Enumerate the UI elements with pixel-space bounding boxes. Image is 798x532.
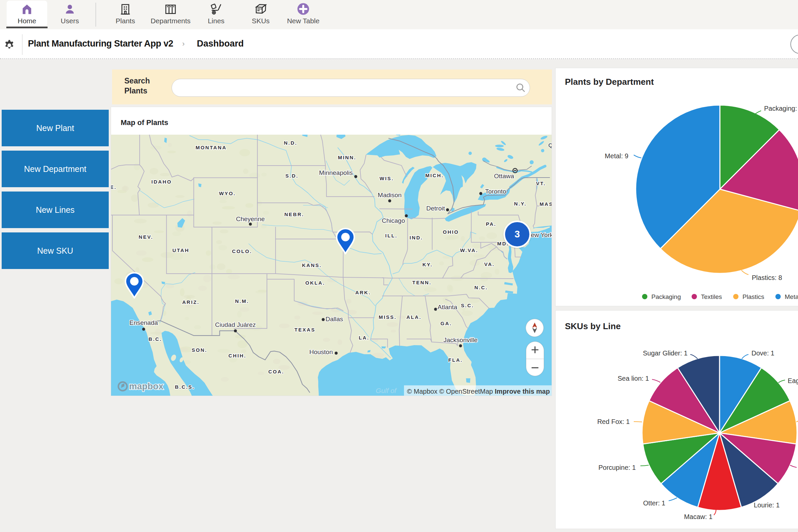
svg-text:Ensenada: Ensenada	[129, 319, 158, 326]
svg-text:Otter: 1: Otter: 1	[643, 499, 665, 507]
svg-text:PA.: PA.	[486, 221, 496, 227]
svg-text:Sugar Glider: 1: Sugar Glider: 1	[643, 349, 688, 357]
svg-text:NEBR.: NEBR.	[284, 211, 304, 217]
svg-text:Ottawa: Ottawa	[494, 173, 514, 179]
svg-text:Metal: Metal	[785, 293, 798, 300]
svg-text:N.C.: N.C.	[474, 285, 488, 290]
svg-text:UTAH: UTAH	[173, 247, 190, 253]
svg-text:KY.: KY.	[422, 262, 433, 267]
svg-text:S.D.: S.D.	[285, 173, 299, 178]
svg-text:MASS.: MASS.	[540, 201, 552, 207]
svg-text:Jacksonville: Jacksonville	[443, 337, 477, 343]
svg-text:Madison: Madison	[378, 191, 402, 198]
svg-text:W.VA.: W.VA.	[460, 247, 478, 253]
svg-text:Detroit: Detroit	[426, 205, 445, 212]
svg-text:Plastics: Plastics	[742, 293, 764, 300]
svg-text:MONTANA: MONTANA	[195, 145, 227, 150]
svg-text:IND.: IND.	[410, 235, 423, 241]
svg-text:Minneapolis: Minneapolis	[319, 169, 353, 176]
svg-text:COA.: COA.	[268, 369, 284, 374]
svg-text:FLA.: FLA.	[448, 357, 463, 363]
svg-text:OHIO: OHIO	[443, 229, 459, 235]
svg-text:TEXAS: TEXAS	[294, 327, 315, 332]
svg-text:Ciudad Juárez: Ciudad Juárez	[215, 321, 256, 328]
svg-text:VT.: VT.	[536, 180, 546, 186]
svg-text:N.D.: N.D.	[284, 140, 297, 146]
svg-text:Toronto: Toronto	[485, 188, 506, 195]
svg-text:ALA.: ALA.	[406, 314, 421, 320]
svg-text:Dallas: Dallas	[325, 316, 343, 323]
svg-text:B.C.S.: B.C.S.	[175, 384, 195, 390]
svg-text:SON.: SON.	[191, 347, 207, 353]
svg-text:Lourie: 1: Lourie: 1	[754, 501, 780, 509]
svg-text:OKLA.: OKLA.	[305, 280, 325, 286]
svg-text:Chicago: Chicago	[382, 217, 405, 224]
svg-text:VA.: VA.	[484, 261, 495, 267]
svg-text:WYO.: WYO.	[219, 191, 236, 196]
svg-text:Packaging: 3: Packaging: 3	[764, 105, 798, 112]
svg-text:N.M.: N.M.	[235, 298, 249, 304]
svg-text:Metal: 9: Metal: 9	[605, 152, 628, 159]
svg-text:B.C.: B.C.	[149, 336, 162, 342]
svg-text:Atlanta: Atlanta	[438, 304, 457, 310]
svg-text:Eagle: 1: Eagle: 1	[788, 377, 798, 384]
svg-text:Houston: Houston	[309, 348, 333, 356]
svg-text:Red Fox: 1: Red Fox: 1	[597, 418, 630, 425]
svg-text:Textiles: Textiles	[701, 293, 722, 300]
svg-text:Gulf of: Gulf of	[376, 387, 397, 394]
svg-text:E.: E.	[111, 184, 117, 190]
svg-text:ILL.: ILL.	[385, 233, 397, 239]
svg-text:MINN.: MINN.	[338, 155, 357, 160]
svg-text:LA.: LA.	[359, 335, 369, 341]
svg-text:S.C.: S.C.	[461, 303, 474, 308]
svg-text:KANS.: KANS.	[302, 262, 322, 268]
svg-text:Plastics: 8: Plastics: 8	[752, 274, 782, 281]
svg-text:Cheyenne: Cheyenne	[236, 215, 265, 223]
svg-text:MISS.: MISS.	[379, 314, 397, 320]
svg-text:N.Y.: N.Y.	[514, 201, 527, 207]
svg-text:NEV.: NEV.	[139, 234, 153, 240]
svg-text:WIS.: WIS.	[380, 175, 394, 181]
svg-text:TENN.: TENN.	[412, 280, 432, 285]
svg-text:COLO.: COLO.	[232, 248, 252, 254]
svg-text:Sea lion: 1: Sea lion: 1	[618, 375, 649, 382]
svg-text:Québec: Québec	[548, 142, 552, 149]
svg-text:mapbox: mapbox	[129, 381, 164, 391]
svg-text:ARK.: ARK.	[355, 290, 371, 295]
svg-text:ARIZ.: ARIZ.	[182, 299, 200, 305]
svg-text:CHIH.: CHIH.	[228, 353, 246, 358]
svg-text:MICH.: MICH.	[425, 173, 444, 178]
svg-text:Dove: 1: Dove: 1	[752, 349, 774, 357]
svg-text:Packaging: Packaging	[651, 293, 681, 300]
svg-text:GA.: GA.	[440, 321, 452, 326]
svg-text:Macaw: 1: Macaw: 1	[684, 513, 712, 520]
svg-text:IDAHO: IDAHO	[151, 179, 172, 185]
svg-text:Porcupine: 1: Porcupine: 1	[598, 464, 636, 471]
